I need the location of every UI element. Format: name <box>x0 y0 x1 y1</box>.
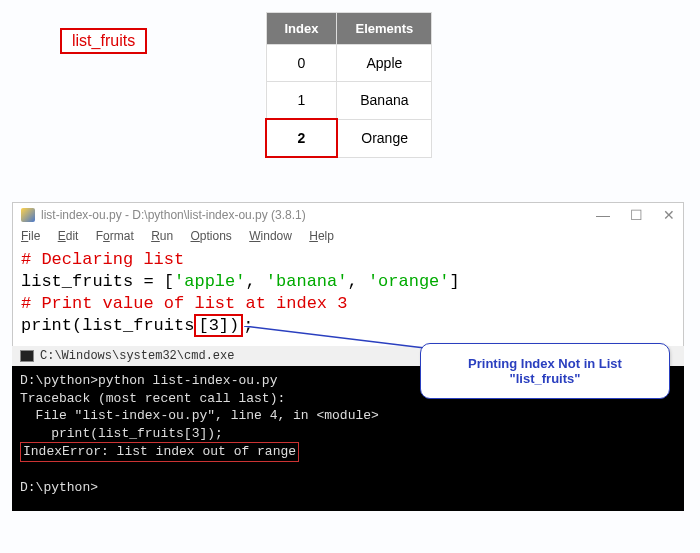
code-area[interactable]: # Declaring list list_fruits = ['apple',… <box>13 247 683 347</box>
code-text: ; <box>243 316 253 335</box>
cell-element: Orange <box>337 119 432 157</box>
cmd-icon <box>20 350 34 362</box>
list-table: Index Elements 0 Apple 1 Banana 2 Orange <box>265 12 432 158</box>
menu-run[interactable]: Run <box>151 229 173 243</box>
cmd-line: print(list_fruits[3]); <box>20 426 223 441</box>
cell-element: Banana <box>337 82 432 120</box>
table-header-row: Index Elements <box>266 13 432 45</box>
menu-file[interactable]: File <box>21 229 40 243</box>
maximize-button[interactable]: ☐ <box>630 207 643 223</box>
idle-title-text: list-index-ou.py - D:\python\list-index-… <box>41 208 306 222</box>
menu-options[interactable]: Options <box>191 229 232 243</box>
cmd-prompt: D:\python> <box>20 480 98 495</box>
close-button[interactable]: ✕ <box>663 207 675 223</box>
cmd-title-text: C:\Windows\system32\cmd.exe <box>40 349 234 363</box>
header-index: Index <box>266 13 337 45</box>
callout-box: Printing Index Not in List "list_fruits" <box>420 343 670 399</box>
menu-edit[interactable]: Edit <box>58 229 79 243</box>
cell-index: 0 <box>266 45 337 82</box>
cmd-line: File "list-index-ou.py", line 4, in <mod… <box>20 408 379 423</box>
idle-menubar: File Edit Format Run Options Window Help <box>13 227 683 247</box>
table-row: 2 Orange <box>266 119 432 157</box>
code-text: print(list_fruits <box>21 316 194 335</box>
idle-titlebar: list-index-ou.py - D:\python\list-index-… <box>13 203 683 227</box>
cmd-line: Traceback (most recent call last): <box>20 391 285 406</box>
table-row: 1 Banana <box>266 82 432 120</box>
python-icon <box>21 208 35 222</box>
code-comment: # Declaring list <box>21 250 184 269</box>
idle-window: list-index-ou.py - D:\python\list-index-… <box>12 202 684 348</box>
variable-label: list_fruits <box>60 28 147 54</box>
minimize-button[interactable]: — <box>596 207 610 223</box>
code-highlight-index: [3]) <box>194 314 243 337</box>
cell-index-highlight: 2 <box>266 119 337 157</box>
cmd-error-highlight: IndexError: list index out of range <box>20 442 299 462</box>
code-string: 'apple' <box>174 272 245 291</box>
code-comment: # Print value of list at index 3 <box>21 294 347 313</box>
window-buttons: — ☐ ✕ <box>596 207 675 223</box>
header-elements: Elements <box>337 13 432 45</box>
code-string: 'banana' <box>266 272 348 291</box>
code-text: , <box>347 272 367 291</box>
cell-element: Apple <box>337 45 432 82</box>
menu-help[interactable]: Help <box>309 229 334 243</box>
table-row: 0 Apple <box>266 45 432 82</box>
menu-window[interactable]: Window <box>249 229 292 243</box>
code-string: 'orange' <box>368 272 450 291</box>
code-text: , <box>245 272 265 291</box>
cell-index: 1 <box>266 82 337 120</box>
code-text: list_fruits = [ <box>21 272 174 291</box>
code-text: ] <box>450 272 460 291</box>
menu-format[interactable]: Format <box>96 229 134 243</box>
cmd-line: D:\python>python list-index-ou.py <box>20 373 277 388</box>
